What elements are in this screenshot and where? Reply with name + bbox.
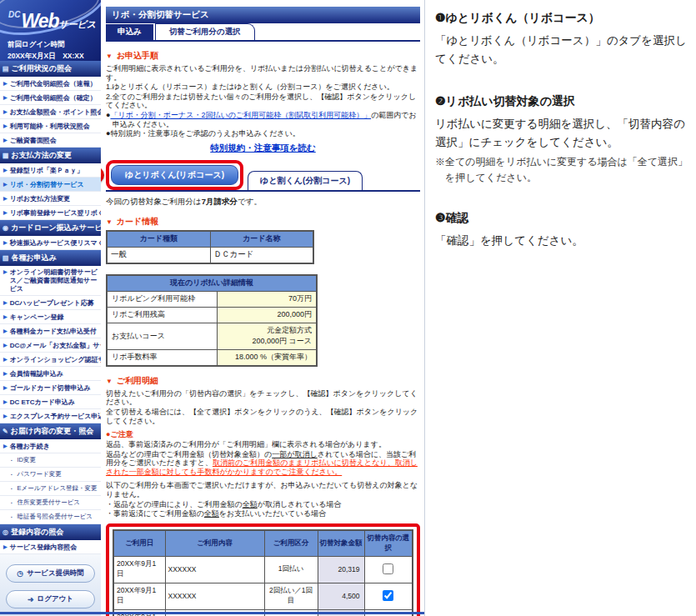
section-title: 登録内容の照会 <box>11 527 63 538</box>
logo-dc-text: DC <box>8 10 20 19</box>
table-row: リボ手数料率18.000 %（実質年率） <box>107 349 317 366</box>
page-bottom-border <box>0 612 424 614</box>
sidebar-item-revolving-installment-switch[interactable]: ▶リボ・分割切替サービス <box>0 178 101 192</box>
table-row: お支払いコース元金定額方式200,000円 コース <box>107 323 317 349</box>
dot-bullet-icon: ・ <box>8 470 15 479</box>
magnifier-icon: ◎ <box>3 528 8 536</box>
revolving-details-table: 現在のリボ払い詳細情報 リボルビング利用可能枠70万円 リボご利用残高200,0… <box>106 274 318 367</box>
tab-application[interactable]: 申込み <box>106 24 153 40</box>
section-title: お支払方法の変更 <box>12 150 72 161</box>
sidebar-section-usage-inquiry: ▤ご利用状況の照会 <box>0 61 101 77</box>
last-login-label: 前回ログイン時間 <box>8 39 101 51</box>
tab-yutoribo-revolving[interactable]: ゆとリボくん(リボコース) <box>111 165 238 185</box>
page-title: リボ・分割切替サービス <box>106 7 420 23</box>
pencil-icon: ✎ <box>3 428 8 435</box>
instruction-step-2: ❷リボ払い切替対象の選択 リボ払いに変更する明細を選択し、「切替内容の選択」にチ… <box>435 94 689 187</box>
usage-desc-header: ご利用内容 <box>165 530 264 557</box>
caution-heading: ●ご注意 <box>106 430 133 438</box>
arrow-bullet-icon: ▶ <box>3 268 8 276</box>
logo-block: DCWebサービス 前回ログイン時間 20XX年X月X日 XX:XX ▶ DC … <box>0 0 101 61</box>
annotation-box-active-tab: 1 ゆとリボくん(リボコース) <box>106 160 243 190</box>
sidebar-item-etc-card[interactable]: ▶DC ETCカード申込み <box>0 395 101 409</box>
sidebar-item-pin-inquiry[interactable]: ・暗証番号照会受付サービス <box>0 510 101 524</box>
usage-amount-header: 切替対象金額 <box>318 530 364 557</box>
ledger-icon: ▤ <box>3 65 9 73</box>
sidebar-item-campaign-registration[interactable]: ▶キャンペーン登録 <box>0 310 101 324</box>
sidebar-item-fee-card-payment[interactable]: ▶各種料金カード支払申込受付 <box>0 324 101 338</box>
sidebar-item-address-change[interactable]: ・住所変更受付サービス <box>0 496 101 510</box>
switch-select-checkbox[interactable] <box>383 590 393 601</box>
arrow-bullet-icon: ▶ <box>3 543 8 549</box>
sidebar-menu: ▤ご利用状況の照会 ▶ご利用代金明細照会（速報） ▶ご利用代金明細照会（確定） … <box>0 61 101 554</box>
sidebar-item-statement-fixed[interactable]: ▶ご利用代金明細照会（確定） <box>0 91 101 105</box>
procedure-bullet2: ●特別規約・注意事項をご承認のうえお申込みください。 <box>106 129 420 138</box>
sidebar-item-various-procedures[interactable]: ▶各種お手続き <box>0 439 101 453</box>
annotation-box-usage-table: 2 ご利用日 ご利用内容 ご利用区分 切替対象金額 切替内容の選択 20XX年9… <box>106 523 420 616</box>
terms-link[interactable]: 特別規約・注意事項を読む <box>210 143 316 153</box>
revolving-table-title: 現在のリボ払い詳細情報 <box>107 275 317 292</box>
sidebar-item-online-statement-switch[interactable]: ▶オンライン明細書切替サービス／ご融資書面郵送通知サービス <box>0 266 101 296</box>
sidebar-item-quick-transfer[interactable]: ▶秒速振込みサービス便リスマくん <box>0 236 101 250</box>
arrow-bullet-icon: ▶ <box>3 194 8 201</box>
arrow-bullet-icon: ▶ <box>3 341 8 348</box>
coin-icon: ◉ <box>3 224 8 232</box>
arrow-bullet-icon: ▶ <box>3 79 8 86</box>
usage-date-header: ご利用日 <box>113 530 165 557</box>
terms-link-row: 特別規約・注意事項を読む <box>106 143 420 154</box>
card-type-header: カード種類 <box>107 231 210 248</box>
form-icon: ▧ <box>3 254 9 262</box>
sidebar-item-loan-document-inquiry[interactable]: ▶ご融資書面照会 <box>0 133 101 148</box>
sidebar-item-happy-present[interactable]: ▶DCハッピープレゼント応募 <box>0 296 101 310</box>
table-row: リボご利用残高200,000円 <box>107 307 317 323</box>
last-login-value: 20XX年X月X日 XX:XX <box>8 51 101 61</box>
app: DCWebサービス 前回ログイン時間 20XX年X月X日 XX:XX ▶ DC … <box>0 0 696 616</box>
sidebar-item-id-change[interactable]: ・ID変更 <box>0 453 101 468</box>
sidebar-item-rakupay[interactable]: ▶登録型リボ「楽Ｐａｙ」 <box>0 163 101 178</box>
arrow-bullet-icon: ▶ <box>3 298 8 305</box>
sidebar-item-revolving-preregistration[interactable]: ▶リボ事前登録サービス翌リボくん <box>0 206 101 220</box>
tab-select-usage[interactable]: 切替ご利用分の選択 <box>155 23 255 40</box>
section-title: ご利用状況の照会 <box>12 63 72 74</box>
table-row: 20XX年9月1日XXXXXX1回払い20,319 <box>113 556 413 583</box>
sidebar-section-registered-info-inquiry: ◎登録内容の照会 <box>0 524 101 540</box>
sidebar-item-payment-amount-inquiry[interactable]: ▶お支払金額照会・ポイント照会 <box>0 105 101 119</box>
sidebar-item-dc-mail-service[interactable]: ▶DC@メール「お支払金額」サービス <box>0 338 101 353</box>
sidebar-item-email-registration[interactable]: ・Eメールアドレス登録・変更 <box>0 482 101 496</box>
billing-month-notice: 今回の切替対象ご利用分は7月請求分です。 <box>106 197 420 208</box>
sidebar-item-credit-limit-inquiry[interactable]: ▶利用可能枠・利用状況照会 <box>0 119 101 133</box>
arrow-bullet-icon: ▶ <box>3 238 8 245</box>
procedure-step2: 2.全てのご利用分または切替えたい個々のご利用分を選択し、【確認】ボタンをクリッ… <box>106 93 420 110</box>
payment-icon: ▦ <box>3 152 9 159</box>
table-row: 一般 ＤＣカード <box>107 247 313 263</box>
dc-web-service-page: DCWebサービス 前回ログイン時間 20XX年X月X日 XX:XX ▶ DC … <box>0 0 425 616</box>
clock-icon: ◷ <box>17 569 23 578</box>
table-row: リボルビング利用可能枠70万円 <box>107 291 317 307</box>
sidebar-item-gold-card-switch[interactable]: ▶ゴールドカード切替申込み <box>0 381 101 395</box>
service-hours-button[interactable]: ◷サービス提供時間 <box>6 564 95 583</box>
sidebar-item-statement-flash[interactable]: ▶ご利用代金明細照会（速報） <box>0 77 101 91</box>
credit-limit-link[interactable]: 「リボ・分割・ボーナス・2回払いのご利用可能枠（割賦取引利用可能枠）」 <box>110 111 371 119</box>
switch-select-checkbox[interactable] <box>383 563 393 574</box>
section-title: 各種お申込み <box>12 253 57 263</box>
arrow-bullet-icon: ▶ <box>3 313 8 319</box>
dot-bullet-icon: ・ <box>8 456 15 465</box>
sidebar-item-password-change[interactable]: ・パスワード変更 <box>0 468 101 482</box>
sidebar-item-online-shopping-auth[interactable]: ▶オンラインショッピング認証サービス <box>0 353 101 367</box>
logout-button[interactable]: ➜ログアウト <box>6 590 95 608</box>
tab-yutowari-installment[interactable]: ゆと割くん(分割コース) <box>248 171 363 190</box>
annotation-badge-1: 1 <box>101 167 104 183</box>
sidebar-item-member-magazine[interactable]: ▶会員情報誌申込み <box>0 367 101 381</box>
card-type-value: 一般 <box>107 247 210 263</box>
instructions-panel: ❶ゆとリボくん（リボコース） 「ゆとリボくん（リボコース）」のタブを選択してくだ… <box>425 0 696 616</box>
arrow-bullet-icon: ▶ <box>3 412 8 418</box>
usage-details-table: ご利用日 ご利用内容 ご利用区分 切替対象金額 切替内容の選択 20XX年9月1… <box>113 529 413 616</box>
arrow-bullet-icon: ▶ <box>3 180 8 187</box>
usage-select-header: 切替内容の選択 <box>364 530 413 557</box>
sidebar-item-service-registration-inquiry[interactable]: ▶サービス登録内容照会 <box>0 540 101 554</box>
usage-type-header: ご利用区分 <box>264 530 318 557</box>
sidebar-item-express-reservation[interactable]: ▶エクスプレス予約サービス申込み <box>0 409 101 423</box>
arrow-bullet-icon: ▶ <box>3 398 8 404</box>
sidebar-item-revolving-payment-change[interactable]: ▶リボお支払方法変更 <box>0 192 101 206</box>
procedure-heading: ▼ お申込手順 <box>106 50 420 62</box>
triangle-down-icon: ▼ <box>106 53 113 60</box>
